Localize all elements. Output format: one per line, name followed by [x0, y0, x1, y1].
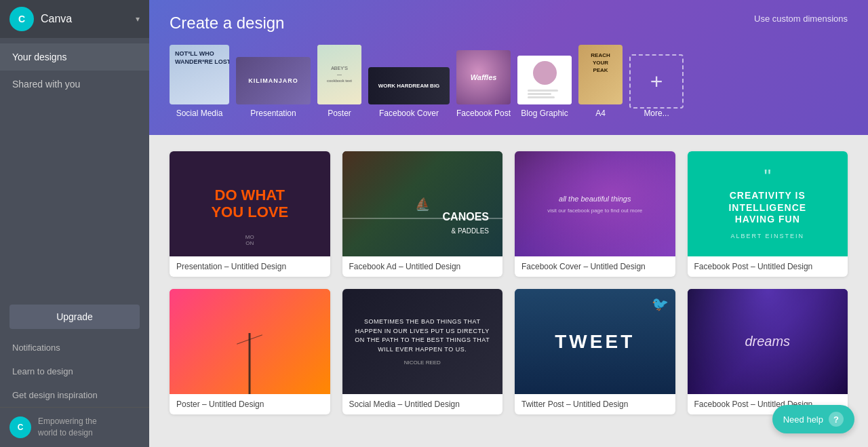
card-quote-content: SOMETIMES THE BAD THINGS THAT HAPPEN IN …: [353, 317, 493, 366]
quote-text: SOMETIMES THE BAD THINGS THAT HAPPEN IN …: [353, 317, 493, 354]
design-type-facebook-post[interactable]: Facebook Post: [456, 50, 511, 118]
sidebar-link-design-inspiration[interactable]: Get design inspiration: [0, 383, 149, 407]
design-type-label: Facebook Cover: [379, 109, 439, 118]
design-type-more[interactable]: + More...: [629, 54, 684, 118]
sidebar-footer-text: Empowering the world to design: [38, 416, 97, 439]
design-card-thumb: all the beautiful things visit our faceb…: [515, 151, 675, 256]
design-card-thumb: DO WHAT YOU LOVE MOON: [170, 151, 330, 256]
design-card-thumb: TWEET 🐦: [515, 289, 675, 394]
design-card-facebook-cover[interactable]: all the beautiful things visit our faceb…: [515, 151, 675, 277]
design-card-facebook-post[interactable]: " CREATIVITY ISINTELLIGENCEHAVING FUN AL…: [688, 151, 848, 277]
sidebar-link-label: Notifications: [12, 343, 60, 353]
blog-graphic-thumb: [517, 56, 572, 104]
design-card-thumb: dreams: [688, 289, 848, 394]
social-media-thumb: [170, 45, 229, 104]
dreams-content: dreams: [688, 289, 848, 394]
page-title: Create a design: [170, 14, 284, 33]
design-card-facebook-ad[interactable]: CANOES& PADDLES ⛵ Facebook Ad – Untitled…: [342, 151, 503, 277]
logo-letter: C: [18, 14, 25, 24]
designs-grid: DO WHAT YOU LOVE MOON Presentation – Unt…: [170, 151, 848, 414]
footer-line2: world to design: [38, 428, 93, 438]
sidebar-link-label: Learn to design: [12, 366, 73, 376]
sidebar-link-label: Get design inspiration: [12, 390, 98, 400]
design-card-thumb: CANOES& PADDLES ⛵: [342, 151, 503, 256]
sidebar-item-shared-with-you[interactable]: Shared with you: [0, 71, 149, 98]
design-type-a4[interactable]: A4: [578, 45, 623, 118]
design-type-label: More...: [644, 109, 669, 118]
post-text: CREATIVITY ISINTELLIGENCEHAVING FUN: [728, 190, 806, 226]
card-cover-text: all the beautiful things visit our faceb…: [540, 187, 649, 220]
design-card-presentation[interactable]: DO WHAT YOU LOVE MOON Presentation – Unt…: [170, 151, 330, 277]
sidebar-item-your-designs[interactable]: Your designs: [0, 43, 149, 71]
custom-dimensions-link[interactable]: Use custom dimensions: [754, 14, 848, 24]
card-overlay-text: CANOES& PADDLES: [443, 210, 489, 236]
need-help-label: Need help: [783, 414, 823, 425]
card-subtext: MOON: [245, 234, 254, 246]
design-card-quote-dark[interactable]: SOMETIMES THE BAD THINGS THAT HAPPEN IN …: [342, 289, 503, 414]
tweet-word-text: TWEET: [555, 331, 635, 353]
card-post-content: " CREATIVITY ISINTELLIGENCEHAVING FUN AL…: [728, 168, 806, 239]
bird-decoration: 🐦: [652, 296, 669, 312]
more-thumb: +: [629, 54, 684, 109]
footer-line1: Empowering the: [38, 416, 97, 426]
nav-item-label: Shared with you: [12, 79, 80, 90]
design-type-label: A4: [595, 109, 606, 118]
quote-mark: ": [728, 168, 806, 184]
main-content: Create a design Use custom dimensions So…: [149, 0, 868, 447]
help-icon: ?: [829, 412, 844, 427]
design-type-label: Social Media: [176, 109, 223, 118]
design-type-label: Blog Graphic: [521, 109, 568, 118]
design-type-social-media[interactable]: Social Media: [170, 45, 229, 118]
design-card-label: Social Media – Untitled Design: [342, 394, 503, 414]
attribution: ALBERT EINSTEIN: [728, 233, 806, 239]
design-card-thumb: [170, 289, 330, 394]
design-type-facebook-cover[interactable]: Facebook Cover: [368, 67, 450, 118]
sidebar-nav: Your designs Shared with you: [0, 38, 149, 298]
design-card-thumb: " CREATIVITY ISINTELLIGENCEHAVING FUN AL…: [688, 151, 848, 256]
design-type-presentation[interactable]: Presentation: [236, 57, 311, 118]
design-type-label: Poster: [328, 109, 351, 118]
design-card-pink[interactable]: Poster – Untitled Design: [170, 289, 330, 414]
a4-thumb: [578, 45, 623, 104]
upgrade-button[interactable]: Upgrade: [9, 305, 140, 329]
design-card-thumb: SOMETIMES THE BAD THINGS THAT HAPPEN IN …: [342, 289, 503, 394]
need-help-button[interactable]: Need help ?: [772, 405, 854, 433]
design-type-grid: Social Media Presentation ABEY'S—cookboo…: [170, 45, 848, 118]
quote-author: NICOLE REED: [353, 359, 493, 366]
facebook-post-thumb: [456, 50, 511, 104]
design-type-blog-graphic[interactable]: Blog Graphic: [517, 56, 572, 118]
design-card-label: Twitter Post – Untitled Design: [515, 394, 675, 414]
design-card-label: Poster – Untitled Design: [170, 394, 330, 414]
presentation-thumb: [236, 57, 311, 104]
facebook-cover-thumb: [368, 67, 450, 104]
design-card-label: Presentation – Untitled Design: [170, 256, 330, 277]
chevron-down-icon: ▾: [136, 14, 140, 24]
design-card-label: Facebook Cover – Untitled Design: [515, 256, 675, 277]
card-divider: [342, 218, 503, 219]
design-card-dreams[interactable]: dreams Facebook Post – Untitled Design: [688, 289, 848, 414]
sidebar-brand-name: Canva: [41, 13, 136, 25]
card-icon: ⛵: [415, 197, 430, 212]
sidebar: C Canva ▾ Your designs Shared with you U…: [0, 0, 149, 447]
design-card-label: Facebook Post – Untitled Design: [688, 256, 848, 277]
poster-thumb: ABEY'S—cookbook text: [317, 45, 361, 104]
dreams-text: dreams: [745, 334, 790, 349]
footer-canva-logo: C: [9, 416, 31, 438]
recent-designs-section: DO WHAT YOU LOVE MOON Presentation – Unt…: [149, 135, 868, 447]
sidebar-link-learn-to-design[interactable]: Learn to design: [0, 359, 149, 383]
design-card-tweet[interactable]: TWEET 🐦 Twitter Post – Untitled Design: [515, 289, 675, 414]
design-type-label: Facebook Post: [456, 109, 511, 118]
create-title-row: Create a design Use custom dimensions: [170, 14, 848, 33]
sidebar-link-notifications[interactable]: Notifications: [0, 336, 149, 359]
card-content: DO WHAT YOU LOVE: [211, 187, 288, 220]
canva-logo: C: [9, 7, 34, 31]
design-type-label: Presentation: [250, 109, 296, 118]
create-header: Create a design Use custom dimensions So…: [149, 0, 868, 135]
sidebar-footer: C Empowering the world to design: [0, 407, 149, 447]
design-type-poster[interactable]: ABEY'S—cookbook text Poster: [317, 45, 361, 118]
design-card-label: Facebook Ad – Untitled Design: [342, 256, 503, 277]
nav-item-label: Your designs: [12, 52, 66, 62]
sidebar-header[interactable]: C Canva ▾: [0, 0, 149, 38]
